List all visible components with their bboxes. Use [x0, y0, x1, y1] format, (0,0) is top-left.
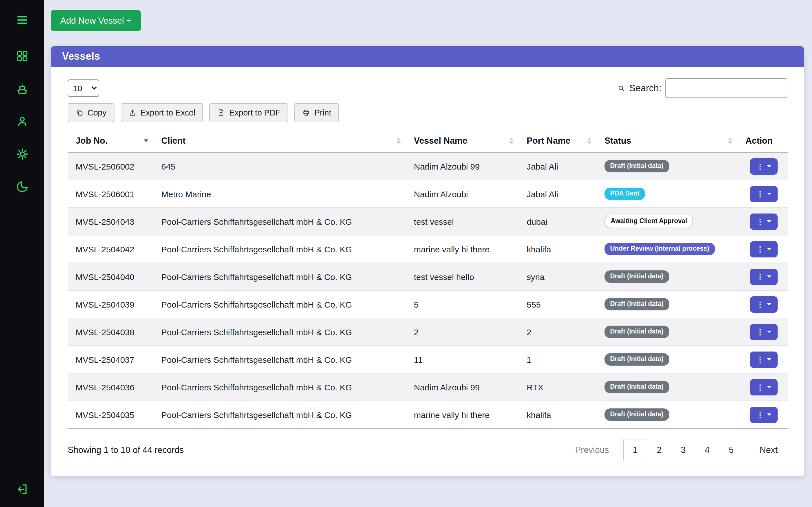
add-new-vessel-button[interactable]: Add New Vessel +: [51, 10, 141, 31]
table-row: MVSL-2506001Metro MarineNadim AlzoubiJab…: [68, 180, 788, 208]
copy-button[interactable]: Copy: [68, 103, 114, 122]
cell-port-name: 555: [519, 290, 597, 318]
sidebar-item-logout[interactable]: [10, 476, 35, 501]
kebab-icon: ⋮: [756, 273, 764, 280]
column-header-vessel-name[interactable]: Vessel Name: [406, 129, 519, 152]
copy-button-label: Copy: [87, 108, 107, 117]
cell-job-no: MVSL-2506002: [68, 152, 153, 180]
row-actions-dropdown-button[interactable]: ⋮: [750, 269, 777, 285]
cell-port-name: syria: [519, 263, 597, 290]
column-header-status[interactable]: Status: [597, 129, 738, 152]
column-header-client[interactable]: Client: [153, 129, 406, 152]
sidebar: [0, 0, 44, 507]
panel-body: 10 Search: Copy: [51, 67, 804, 476]
copy-icon: [75, 109, 84, 117]
row-actions-dropdown-button[interactable]: ⋮: [750, 241, 777, 257]
table-row: MVSL-2506002645Nadim Alzoubi 99Jabal Ali…: [68, 152, 788, 180]
row-actions-dropdown-button[interactable]: ⋮: [750, 158, 777, 174]
cell-port-name: 2: [519, 318, 597, 346]
row-actions-dropdown-button[interactable]: ⋮: [750, 296, 777, 313]
cell-action: ⋮: [738, 318, 788, 346]
sidebar-nav: [10, 43, 35, 199]
cell-client: Pool-Carriers Schiffahrtsgesellchaft mbH…: [153, 373, 406, 401]
cell-action: ⋮: [738, 373, 788, 401]
row-actions-dropdown-button[interactable]: ⋮: [750, 406, 777, 423]
sort-icon: [587, 137, 592, 144]
print-button[interactable]: Print: [295, 103, 339, 122]
cell-port-name: 1: [519, 346, 597, 373]
page-button-1[interactable]: 1: [623, 439, 647, 461]
panel-title: Vessels: [51, 46, 804, 67]
next-page-button[interactable]: Next: [750, 439, 787, 461]
cell-status: Draft (Initial data): [597, 401, 738, 429]
row-actions-dropdown-button[interactable]: ⋮: [750, 351, 777, 368]
table-header-row: Job No. Client Vessel Name: [68, 129, 788, 152]
sidebar-item-dark-mode[interactable]: [10, 174, 35, 199]
table-row: MVSL-2504038Pool-Carriers Schiffahrtsges…: [68, 318, 788, 346]
table-row: MVSL-2504040Pool-Carriers Schiffahrtsges…: [68, 263, 788, 290]
kebab-icon: ⋮: [756, 300, 764, 308]
search-label: Search:: [629, 83, 661, 94]
caret-down-icon: [767, 303, 771, 305]
row-actions-dropdown-button[interactable]: ⋮: [750, 379, 777, 395]
cell-port-name: dubai: [519, 208, 597, 235]
cell-job-no: MVSL-2504043: [68, 208, 153, 235]
table-row: MVSL-2504036Pool-Carriers Schiffahrtsges…: [68, 373, 788, 401]
cell-vessel-name: 5: [406, 290, 519, 318]
cell-port-name: khalifa: [519, 401, 597, 429]
sidebar-item-clients[interactable]: [10, 109, 35, 133]
page-button-3[interactable]: 3: [671, 439, 695, 461]
cell-vessel-name: marine vally hi there: [406, 401, 519, 429]
sidebar-item-settings[interactable]: [10, 142, 35, 166]
sidebar-toggle-button[interactable]: [10, 7, 35, 32]
column-header-job-no[interactable]: Job No.: [68, 129, 153, 152]
page: Add New Vessel + Vessels 10 Search:: [0, 0, 812, 507]
pagination-pages: 12345: [623, 439, 743, 461]
cell-action: ⋮: [738, 152, 788, 180]
cell-status: Awaiting Client Approval: [597, 208, 738, 235]
kebab-icon: ⋮: [756, 218, 764, 225]
previous-page-button[interactable]: Previous: [565, 439, 619, 461]
export-pdf-label: Export to PDF: [229, 108, 281, 117]
page-button-2[interactable]: 2: [647, 439, 671, 461]
sort-icon: [728, 137, 732, 144]
cell-job-no: MVSL-2504040: [68, 263, 153, 290]
records-summary: Showing 1 to 10 of 44 records: [68, 445, 184, 455]
row-actions-dropdown-button[interactable]: ⋮: [750, 186, 777, 202]
sort-icon: [396, 137, 401, 144]
cell-vessel-name: 2: [406, 318, 519, 346]
cell-client: Pool-Carriers Schiffahrtsgesellchaft mbH…: [153, 401, 406, 429]
row-actions-dropdown-button[interactable]: ⋮: [750, 324, 777, 340]
page-button-5[interactable]: 5: [719, 439, 743, 461]
cell-action: ⋮: [738, 208, 788, 235]
ship-icon: [15, 82, 29, 95]
export-button-group: Copy Export to Excel Export to PDF: [68, 103, 787, 122]
cell-vessel-name: Nadim Alzoubi: [406, 180, 519, 208]
row-actions-dropdown-button[interactable]: ⋮: [750, 213, 777, 230]
export-to-excel-button[interactable]: Export to Excel: [121, 103, 203, 122]
status-badge: Draft (Initial data): [605, 381, 669, 393]
main-content: Add New Vessel + Vessels 10 Search:: [44, 0, 812, 507]
cell-client: Pool-Carriers Schiffahrtsgesellchaft mbH…: [153, 318, 406, 346]
cell-job-no: MVSL-2506001: [68, 180, 153, 208]
status-badge: Awaiting Client Approval: [605, 215, 693, 228]
kebab-icon: ⋮: [756, 383, 764, 391]
column-header-port-name[interactable]: Port Name: [519, 129, 597, 152]
pagination: Previous 12345 Next: [565, 439, 787, 461]
page-length-select[interactable]: 10: [68, 79, 99, 97]
file-icon: [217, 109, 225, 117]
cell-action: ⋮: [738, 290, 788, 318]
export-to-pdf-button[interactable]: Export to PDF: [209, 103, 289, 122]
cell-client: Pool-Carriers Schiffahrtsgesellchaft mbH…: [153, 263, 406, 290]
cell-action: ⋮: [738, 346, 788, 373]
sort-icon: [509, 137, 514, 144]
sidebar-item-vessels[interactable]: [10, 76, 35, 101]
sort-desc-icon: [144, 139, 148, 142]
cell-port-name: khalifa: [519, 235, 597, 263]
kebab-icon: ⋮: [756, 190, 764, 198]
search-input[interactable]: [665, 78, 787, 98]
page-button-4[interactable]: 4: [695, 439, 719, 461]
sidebar-item-dashboard[interactable]: [10, 43, 35, 68]
caret-down-icon: [767, 193, 771, 195]
cell-vessel-name: 11: [406, 346, 519, 373]
